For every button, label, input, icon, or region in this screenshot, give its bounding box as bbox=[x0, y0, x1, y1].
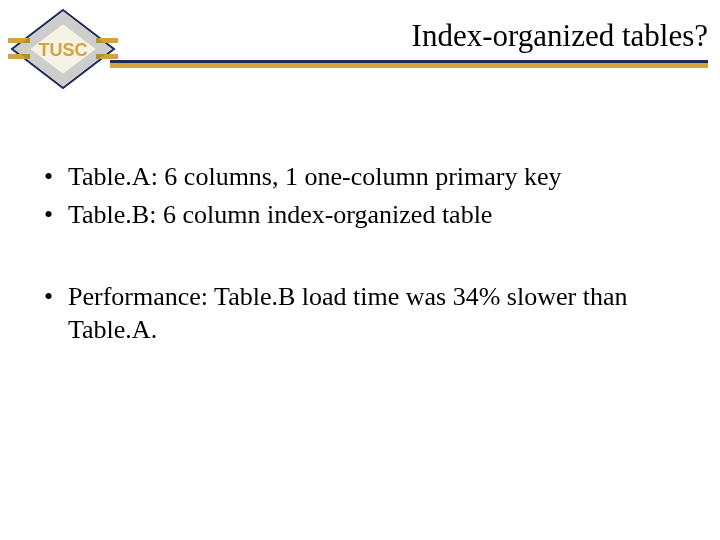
bullet-group-2: • Performance: Table.B load time was 34%… bbox=[40, 280, 680, 348]
bullet-dot-icon: • bbox=[40, 160, 68, 194]
bullet-text: Table.B: 6 column index-organized table bbox=[68, 198, 680, 232]
list-item: • Performance: Table.B load time was 34%… bbox=[40, 280, 680, 348]
slide-title: Index-organized tables? bbox=[412, 18, 708, 54]
tusc-logo: TUSC bbox=[8, 8, 118, 94]
list-item: • Table.A: 6 columns, 1 one-column prima… bbox=[40, 160, 680, 194]
bullet-text: Performance: Table.B load time was 34% s… bbox=[68, 280, 680, 348]
list-item: • Table.B: 6 column index-organized tabl… bbox=[40, 198, 680, 232]
bullet-group-1: • Table.A: 6 columns, 1 one-column prima… bbox=[40, 160, 680, 232]
slide-header: TUSC Index-organized tables? bbox=[0, 0, 720, 80]
slide-body: • Table.A: 6 columns, 1 one-column prima… bbox=[40, 160, 680, 395]
bullet-dot-icon: • bbox=[40, 280, 68, 314]
bullet-dot-icon: • bbox=[40, 198, 68, 232]
header-rule bbox=[110, 60, 708, 68]
logo-text: TUSC bbox=[39, 40, 88, 60]
bullet-text: Table.A: 6 columns, 1 one-column primary… bbox=[68, 160, 680, 194]
